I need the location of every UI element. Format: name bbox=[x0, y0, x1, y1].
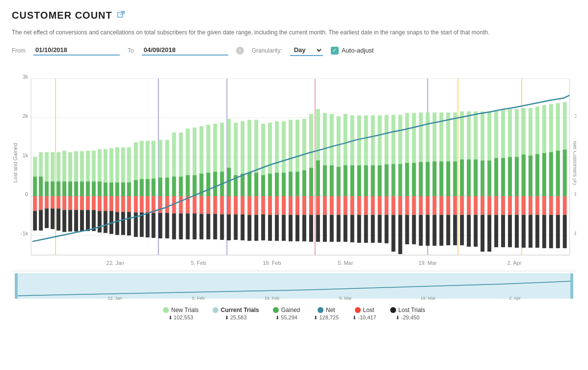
svg-text:22. Jan: 22. Jan bbox=[107, 260, 124, 266]
svg-rect-172 bbox=[261, 196, 265, 214]
svg-rect-43 bbox=[56, 181, 60, 196]
svg-rect-243 bbox=[385, 165, 389, 197]
svg-rect-184 bbox=[282, 196, 286, 215]
svg-text:-1k: -1k bbox=[21, 230, 28, 236]
svg-rect-260 bbox=[412, 196, 416, 215]
legend-value-gained: ⬇ 55,294 bbox=[275, 314, 297, 320]
info-icon[interactable]: i bbox=[236, 47, 244, 55]
svg-rect-249 bbox=[392, 215, 396, 252]
svg-rect-302 bbox=[487, 112, 491, 161]
svg-rect-169 bbox=[254, 215, 258, 241]
svg-rect-121 bbox=[172, 213, 176, 239]
legend-dot-lost-trials bbox=[390, 307, 396, 313]
svg-rect-300 bbox=[481, 196, 484, 215]
legend-value-lost: ⬇ -10,417 bbox=[352, 314, 376, 320]
svg-rect-123 bbox=[179, 176, 183, 196]
legend-label-gained: Gained bbox=[281, 307, 300, 313]
auto-adjust-label: Auto-adjust bbox=[342, 47, 374, 54]
svg-rect-149 bbox=[220, 214, 224, 240]
svg-rect-103 bbox=[146, 179, 150, 196]
legend-value-lost-trials: ⬇ -29,450 bbox=[396, 314, 419, 320]
to-label: To bbox=[128, 47, 134, 54]
svg-rect-39 bbox=[51, 181, 54, 196]
svg-rect-215 bbox=[337, 167, 341, 197]
svg-rect-236 bbox=[371, 196, 375, 215]
svg-rect-315 bbox=[508, 157, 512, 197]
svg-text:0: 0 bbox=[25, 191, 28, 197]
svg-rect-229 bbox=[357, 215, 361, 243]
svg-rect-319 bbox=[515, 157, 519, 197]
svg-rect-100 bbox=[140, 196, 144, 212]
from-date-input[interactable] bbox=[33, 45, 120, 56]
svg-rect-185 bbox=[282, 215, 286, 241]
page-title: CUSTOMER COUNT bbox=[12, 10, 112, 21]
svg-rect-93 bbox=[127, 212, 131, 235]
svg-rect-107 bbox=[152, 178, 156, 196]
svg-rect-264 bbox=[419, 196, 423, 215]
granularity-dropdown[interactable]: Day Week Month bbox=[290, 45, 323, 56]
svg-text:3k: 3k bbox=[23, 74, 28, 80]
svg-rect-95 bbox=[134, 180, 138, 196]
legend-dot-new-trials bbox=[163, 307, 169, 313]
legend-lost: Lost ⬇ -10,417 bbox=[352, 307, 376, 320]
svg-rect-167 bbox=[254, 172, 258, 196]
legend-value-net: ⬇ 128,725 bbox=[314, 314, 339, 320]
svg-rect-209 bbox=[323, 215, 327, 242]
svg-rect-136 bbox=[199, 196, 203, 214]
legend-net: Net ⬇ 128,725 bbox=[314, 307, 339, 320]
legend-gained: Gained ⬇ 55,294 bbox=[273, 307, 300, 320]
svg-rect-133 bbox=[192, 213, 196, 239]
svg-rect-301 bbox=[481, 215, 484, 252]
svg-rect-60 bbox=[80, 196, 84, 210]
svg-rect-61 bbox=[80, 210, 84, 231]
svg-text:19. Feb: 19. Feb bbox=[263, 260, 281, 266]
svg-rect-332 bbox=[535, 196, 539, 215]
svg-rect-329 bbox=[529, 215, 533, 248]
to-date-input[interactable] bbox=[142, 45, 228, 56]
auto-adjust-container: ✓ Auto-adjust bbox=[331, 47, 374, 55]
svg-rect-295 bbox=[474, 160, 478, 197]
svg-rect-316 bbox=[508, 196, 512, 215]
svg-rect-129 bbox=[186, 213, 190, 239]
svg-rect-196 bbox=[302, 196, 306, 215]
svg-rect-85 bbox=[115, 212, 119, 235]
svg-rect-161 bbox=[241, 214, 244, 240]
svg-text:100k: 100k bbox=[575, 113, 576, 119]
svg-rect-311 bbox=[501, 158, 505, 197]
auto-adjust-checkbox[interactable]: ✓ bbox=[331, 47, 339, 55]
svg-rect-176 bbox=[268, 196, 272, 215]
svg-rect-27 bbox=[33, 176, 37, 196]
svg-rect-112 bbox=[159, 196, 162, 213]
svg-rect-204 bbox=[316, 196, 320, 215]
svg-rect-248 bbox=[392, 196, 396, 215]
svg-rect-343 bbox=[556, 151, 560, 197]
svg-rect-328 bbox=[529, 196, 533, 215]
svg-text:1k: 1k bbox=[23, 152, 28, 158]
svg-rect-228 bbox=[357, 196, 361, 215]
minimap[interactable]: 22. Jan 5. Feb 19. Feb 5. Mar 19. Mar 2.… bbox=[12, 272, 576, 302]
svg-rect-89 bbox=[121, 212, 125, 235]
svg-rect-92 bbox=[127, 196, 131, 212]
svg-rect-232 bbox=[364, 196, 368, 215]
svg-rect-119 bbox=[172, 176, 176, 196]
legend-value-new-trials: ⬇ 102,553 bbox=[168, 314, 193, 320]
svg-rect-283 bbox=[453, 162, 457, 197]
svg-rect-116 bbox=[165, 196, 169, 213]
svg-rect-113 bbox=[159, 213, 162, 238]
svg-rect-297 bbox=[474, 215, 478, 247]
svg-rect-303 bbox=[487, 161, 491, 197]
legend-lost-trials: Lost Trials ⬇ -29,450 bbox=[390, 307, 426, 320]
svg-rect-181 bbox=[275, 215, 279, 241]
svg-text:Net Customers (#): Net Customers (#) bbox=[572, 141, 576, 185]
external-link-icon[interactable] bbox=[117, 11, 125, 20]
svg-rect-33 bbox=[39, 210, 43, 230]
legend-label-current-trials: Current Trials bbox=[221, 307, 259, 313]
svg-rect-253 bbox=[398, 215, 402, 254]
svg-text:19. Mar: 19. Mar bbox=[419, 260, 437, 266]
svg-rect-168 bbox=[254, 196, 258, 215]
svg-rect-45 bbox=[56, 208, 60, 230]
svg-rect-67 bbox=[92, 181, 96, 196]
svg-rect-139 bbox=[206, 172, 210, 196]
svg-rect-140 bbox=[206, 196, 210, 214]
svg-rect-280 bbox=[446, 196, 450, 215]
